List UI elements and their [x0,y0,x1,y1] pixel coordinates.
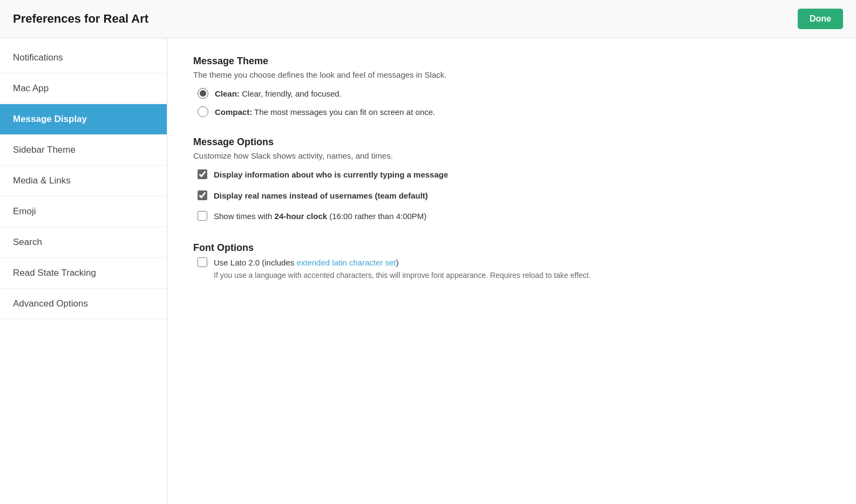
sidebar-item-emoji[interactable]: Emoji [0,196,167,227]
radio-compact-label-bold: Compact: [215,107,252,117]
message-theme-desc: The theme you choose defines the look an… [193,70,830,79]
radio-clean-label: Clean: Clear, friendly, and focused. [215,89,342,98]
checkbox-item-typing[interactable]: Display information about who is current… [198,169,830,181]
checkbox-typing-label: Display information about who is current… [214,169,448,181]
message-theme-section: Message Theme The theme you choose defin… [193,56,830,117]
radio-clean[interactable] [198,88,208,99]
sidebar-item-search[interactable]: Search [0,227,167,258]
lato-link[interactable]: extended latin character set [296,258,396,267]
radio-clean-label-bold: Clean: [215,89,240,98]
page-title: Preferences for Real Art [13,12,148,26]
sidebar-item-sidebar-theme[interactable]: Sidebar Theme [0,135,167,166]
header: Preferences for Real Art Done [0,0,856,38]
checkbox-real-names-label: Display real names instead of usernames … [214,190,428,202]
checkbox-real-names-label-text: Display real names instead of usernames … [214,191,428,200]
checkbox-24h-label-bold: 24-hour clock [275,212,328,221]
checkbox-typing-label-text: Display information about who is current… [214,170,448,179]
message-options-title: Message Options [193,137,830,148]
sidebar-item-media-links[interactable]: Media & Links [0,166,167,196]
main-content: Message Theme The theme you choose defin… [167,38,856,504]
radio-item-compact[interactable]: Compact: The most messages you can fit o… [198,106,830,117]
checkbox-24h-label: Show times with 24-hour clock (16:00 rat… [214,210,426,223]
font-options-section: Font Options Use Lato 2.0 (includes exte… [193,242,830,282]
sidebar-item-read-state-tracking[interactable]: Read State Tracking [0,258,167,289]
checkbox-lato-label-suffix: ) [396,258,399,267]
sidebar-item-mac-app[interactable]: Mac App [0,73,167,104]
checkbox-lato-label-prefix: Use Lato 2.0 (includes [214,258,296,267]
message-options-section: Message Options Customize how Slack show… [193,137,830,223]
checkbox-item-24h[interactable]: Show times with 24-hour clock (16:00 rat… [198,210,830,223]
checkbox-typing[interactable] [198,169,207,179]
radio-compact-label: Compact: The most messages you can fit o… [215,107,435,117]
checkbox-lato-subtext: If you use a language with accented char… [214,270,591,281]
radio-compact[interactable] [198,106,208,117]
checkbox-24h-label-suffix: (16:00 rather than 4:00PM) [327,212,426,221]
message-options-checkbox-group: Display information about who is current… [198,169,830,223]
body: Notifications Mac App Message Display Si… [0,38,856,504]
checkbox-item-real-names[interactable]: Display real names instead of usernames … [198,190,830,202]
sidebar: Notifications Mac App Message Display Si… [0,38,167,504]
checkbox-lato-label: Use Lato 2.0 (includes extended latin ch… [214,257,591,282]
font-options-checkbox-group: Use Lato 2.0 (includes extended latin ch… [198,257,830,282]
app-container: Preferences for Real Art Done Notificati… [0,0,856,504]
checkbox-lato[interactable] [198,257,207,267]
sidebar-item-advanced-options[interactable]: Advanced Options [0,289,167,319]
radio-clean-label-rest: Clear, friendly, and focused. [240,89,342,98]
radio-item-clean[interactable]: Clean: Clear, friendly, and focused. [198,88,830,99]
message-theme-title: Message Theme [193,56,830,67]
font-options-title: Font Options [193,242,830,254]
sidebar-item-notifications[interactable]: Notifications [0,43,167,73]
radio-compact-label-rest: The most messages you can fit on screen … [252,107,435,117]
sidebar-item-message-display[interactable]: Message Display [0,104,167,135]
checkbox-real-names[interactable] [198,190,207,200]
done-button[interactable]: Done [798,9,843,29]
message-theme-radio-group: Clean: Clear, friendly, and focused. Com… [198,88,830,117]
checkbox-24h[interactable] [198,211,207,221]
checkbox-item-lato[interactable]: Use Lato 2.0 (includes extended latin ch… [198,257,830,282]
checkbox-24h-label-prefix: Show times with [214,212,275,221]
message-options-desc: Customize how Slack shows activity, name… [193,151,830,160]
